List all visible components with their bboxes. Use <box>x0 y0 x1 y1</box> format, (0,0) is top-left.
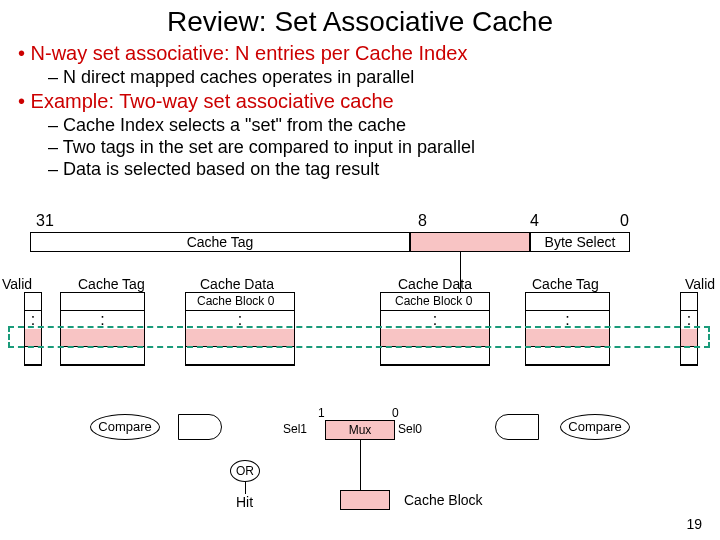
bit-4: 4 <box>530 212 539 230</box>
bit-8: 8 <box>418 212 427 230</box>
wire-or-out <box>245 482 246 494</box>
cache-tag-label-left: Cache Tag <box>78 276 145 292</box>
bullet-2-1: Cache Index selects a "set" from the cac… <box>48 115 702 136</box>
and-gate-left <box>178 414 222 440</box>
bit-0: 0 <box>620 212 629 230</box>
bullet-1: N-way set associative: N entries per Cac… <box>18 42 702 65</box>
addr-tag-field: Cache Tag <box>30 232 410 252</box>
bit-31: 31 <box>36 212 54 230</box>
cache-data-label-left: Cache Data <box>200 276 274 292</box>
cache-block-output <box>340 490 390 510</box>
mux-input-1: 1 <box>318 406 325 420</box>
bullet-1-1: N direct mapped caches operates in paral… <box>48 67 702 88</box>
and-gate-right <box>495 414 539 440</box>
mux: Mux <box>325 420 395 440</box>
sel0-label: Sel0 <box>398 422 422 436</box>
page-number: 19 <box>686 516 702 532</box>
mux-input-0: 0 <box>392 406 399 420</box>
compare-right: Compare <box>560 414 630 440</box>
addr-index-field <box>410 232 530 252</box>
bullet-list: N-way set associative: N entries per Cac… <box>0 42 720 180</box>
hit-label: Hit <box>236 494 253 510</box>
valid-label-right: Valid <box>685 276 715 292</box>
selected-set-highlight <box>8 326 710 348</box>
cache-tag-label-right: Cache Tag <box>532 276 599 292</box>
wire-mux-out <box>360 440 361 490</box>
compare-left: Compare <box>90 414 160 440</box>
address-bar: Cache Tag Byte Select <box>30 232 630 252</box>
addr-byte-select-field: Byte Select <box>530 232 630 252</box>
sel1-label: Sel1 <box>283 422 307 436</box>
or-gate: OR <box>230 460 260 482</box>
cache-block-label: Cache Block <box>404 492 483 508</box>
bullet-2: Example: Two-way set associative cache <box>18 90 702 113</box>
bullet-2-3: Data is selected based on the tag result <box>48 159 702 180</box>
bullet-2-2: Two tags in the set are compared to inpu… <box>48 137 702 158</box>
slide-title: Review: Set Associative Cache <box>0 0 720 40</box>
wire-index-down <box>460 252 461 292</box>
valid-label-left: Valid <box>2 276 32 292</box>
